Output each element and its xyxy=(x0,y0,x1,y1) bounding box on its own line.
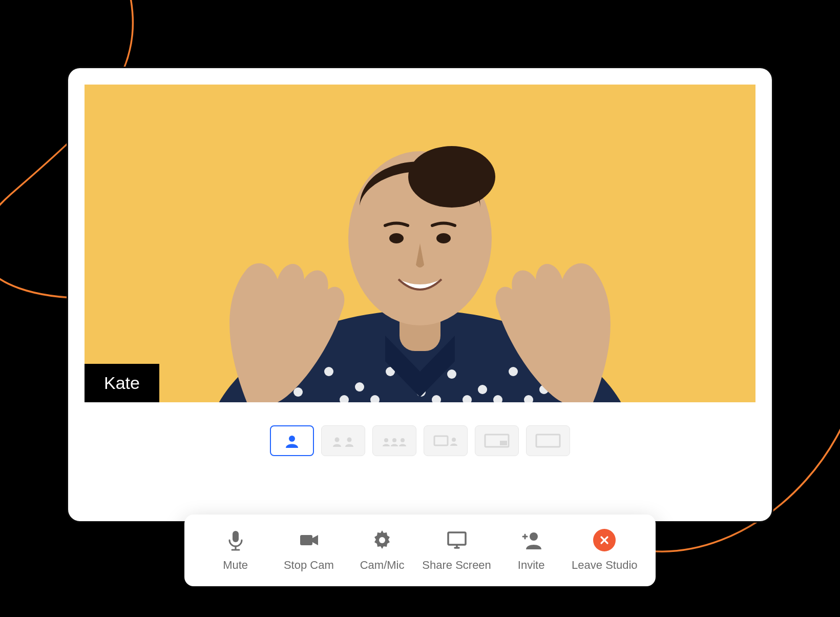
participant-name-tag: Kate xyxy=(85,364,159,402)
layout-screen-with-person[interactable] xyxy=(424,425,468,456)
svg-rect-35 xyxy=(300,535,312,545)
share-screen-label: Share Screen xyxy=(422,559,491,572)
svg-point-7 xyxy=(509,367,518,376)
add-person-icon xyxy=(520,529,542,551)
layout-selector xyxy=(68,418,772,464)
mute-button[interactable]: Mute xyxy=(202,529,269,572)
svg-rect-32 xyxy=(233,531,239,542)
monitor-icon xyxy=(446,529,468,551)
svg-point-28 xyxy=(452,438,456,442)
camera-icon xyxy=(298,529,320,551)
leave-label: Leave Studio xyxy=(572,559,637,572)
video-stage: Kate xyxy=(85,85,755,402)
stop-cam-button[interactable]: Stop Cam xyxy=(276,529,342,572)
svg-point-22 xyxy=(335,438,340,442)
svg-point-1 xyxy=(324,367,333,376)
svg-rect-31 xyxy=(536,435,560,447)
close-icon xyxy=(593,529,616,551)
layout-three-up[interactable] xyxy=(372,425,416,456)
svg-point-21 xyxy=(289,436,295,442)
layout-picture-in-picture[interactable] xyxy=(475,425,519,456)
participant-name: Kate xyxy=(104,373,140,393)
share-screen-button[interactable]: Share Screen xyxy=(422,529,491,572)
svg-point-6 xyxy=(478,385,487,394)
mute-label: Mute xyxy=(223,559,248,572)
svg-point-25 xyxy=(392,438,396,442)
layout-side-by-side[interactable] xyxy=(321,425,365,456)
svg-rect-38 xyxy=(448,532,466,545)
control-toolbar: Mute Stop Cam Cam/Mic xyxy=(184,515,656,586)
svg-rect-30 xyxy=(500,441,507,445)
svg-point-26 xyxy=(401,438,405,442)
svg-point-18 xyxy=(408,146,495,208)
cam-mic-settings-button[interactable]: Cam/Mic xyxy=(349,529,415,572)
svg-point-24 xyxy=(384,438,388,442)
layout-single[interactable] xyxy=(270,425,314,456)
svg-rect-27 xyxy=(434,436,448,445)
speaker-illustration xyxy=(85,85,755,402)
invite-label: Invite xyxy=(518,559,545,572)
cam-mic-label: Cam/Mic xyxy=(360,559,405,572)
gear-icon xyxy=(371,529,393,551)
microphone-icon xyxy=(224,529,247,551)
leave-studio-button[interactable]: Leave Studio xyxy=(571,529,638,572)
svg-point-19 xyxy=(389,233,404,243)
svg-point-41 xyxy=(530,532,538,541)
svg-point-2 xyxy=(355,382,364,392)
stop-cam-label: Stop Cam xyxy=(284,559,334,572)
layout-full-screen[interactable] xyxy=(526,425,570,456)
studio-window: Kate xyxy=(67,67,773,523)
svg-point-5 xyxy=(447,369,456,379)
svg-point-37 xyxy=(379,537,385,543)
svg-point-23 xyxy=(347,438,352,442)
svg-point-20 xyxy=(436,233,451,243)
invite-button[interactable]: Invite xyxy=(498,529,564,572)
